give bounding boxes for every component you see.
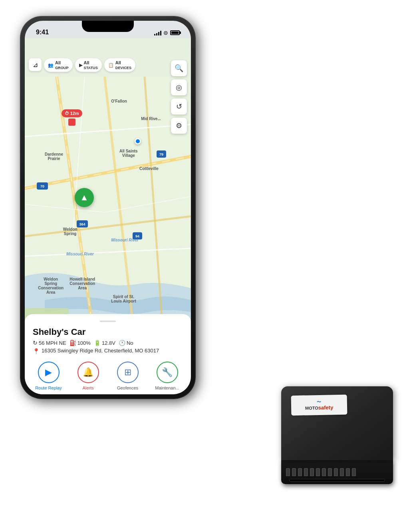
- stopped-marker: ⏱ 12m: [62, 109, 82, 126]
- phone-outer: 9:41 ⊜: [20, 16, 196, 399]
- signal-bar-4: [160, 31, 161, 36]
- obd-pin-2: [292, 468, 296, 476]
- signal-bar-2: [156, 33, 157, 36]
- maintenance-button[interactable]: 🔧 Maintenan...: [151, 362, 183, 390]
- phone-wrapper: 9:41 ⊜: [20, 16, 212, 455]
- clock-icon: ⏱: [65, 111, 69, 116]
- obd-device: 〜 MOTOsafety: [281, 386, 393, 484]
- route-replay-button[interactable]: ▶ Route Replay: [33, 362, 64, 390]
- voltage-value: 12.8V: [102, 340, 115, 346]
- obd-pin-3: [298, 468, 302, 476]
- location-dot: [135, 138, 141, 144]
- alerts-button[interactable]: 🔔 Alerts: [72, 362, 104, 390]
- info-handle: [100, 320, 116, 322]
- search-toolbar-button[interactable]: 🔍: [171, 60, 187, 76]
- brand-moto-text: MOTO: [305, 405, 318, 411]
- vehicle-marker: ▲: [75, 188, 94, 207]
- car-name: Shelby's Car: [33, 327, 183, 337]
- status-time: 9:41: [36, 29, 49, 36]
- devices-icon: 📋: [108, 63, 114, 68]
- group-icon: 👥: [48, 63, 54, 68]
- filter-status-label: AllSTATUS: [84, 60, 98, 70]
- fuel-icon: ⛽: [69, 340, 76, 346]
- filter-devices-label: AllDEVICES: [115, 60, 131, 70]
- battery-icon: [170, 30, 180, 35]
- geofences-label: Geofences: [117, 386, 138, 390]
- car-stats: ↻ 56 MPH NE ⛽ 100% 🔋 12.8V: [33, 340, 183, 346]
- locate-toolbar-button[interactable]: ◎: [171, 79, 187, 95]
- alerts-icon: 🔔: [83, 367, 93, 378]
- obd-device-connector: [281, 460, 393, 484]
- stopped-time: 12m: [70, 111, 79, 116]
- filter-group-button[interactable]: 👥 AllGROUP: [44, 58, 73, 72]
- maintenance-icon-circle: 🔧: [157, 362, 178, 383]
- speed-icon: ↻: [33, 340, 38, 346]
- battery-fill: [171, 32, 179, 34]
- obd-pin-10: [340, 468, 344, 476]
- svg-text:79: 79: [159, 152, 163, 156]
- brand-name: MOTOsafety: [305, 404, 334, 411]
- obd-pin-7: [322, 468, 326, 476]
- vehicle-direction-icon: ▲: [80, 192, 89, 203]
- scene: 9:41 ⊜: [0, 0, 409, 532]
- signal-bar-3: [158, 32, 159, 36]
- obd-pin-9: [334, 468, 338, 476]
- obd-slot: [289, 479, 385, 482]
- speed-stat: ↻ 56 MPH NE: [33, 340, 66, 346]
- replay-toolbar-button[interactable]: ↺: [171, 99, 187, 115]
- phone-screen: 9:41 ⊜: [25, 21, 191, 394]
- geofences-icon: ⊞: [124, 367, 131, 378]
- time-stat: 🕐 No: [119, 340, 133, 346]
- alerts-icon-circle: 🔔: [77, 362, 99, 383]
- speed-value: 56 MPH NE: [39, 340, 66, 346]
- pin-icon: 📍: [33, 348, 40, 354]
- filter-status-button[interactable]: ▶ AllSTATUS: [75, 58, 102, 72]
- settings-icon: ⚙: [176, 121, 182, 130]
- obd-brand-logo: 〜 MOTOsafety: [305, 399, 334, 411]
- obd-pin-11: [346, 468, 350, 476]
- phone-notch: [82, 21, 134, 32]
- obd-pin-5: [310, 468, 314, 476]
- route-replay-label: Route Replay: [35, 386, 62, 390]
- voltage-stat: 🔋 12.8V: [94, 340, 115, 346]
- maintenance-icon: 🔧: [162, 367, 173, 378]
- info-panel: Shelby's Car ↻ 56 MPH NE ⛽ 100%: [25, 314, 191, 394]
- route-replay-icon: ▶: [45, 367, 52, 378]
- filter-devices-button[interactable]: 📋 AllDEVICES: [104, 58, 135, 72]
- signal-bar-1: [154, 34, 155, 36]
- route-replay-icon-circle: ▶: [38, 362, 60, 383]
- action-buttons: ▶ Route Replay 🔔 Alerts: [33, 360, 183, 390]
- status-icon: ▶: [79, 63, 82, 68]
- battery-stat-icon: 🔋: [94, 340, 101, 346]
- stopped-badge: ⏱ 12m: [62, 109, 82, 117]
- replay-icon: ↺: [176, 102, 182, 111]
- alerts-label: Alerts: [82, 386, 93, 390]
- map-toolbar: 🔍 ◎ ↺ ⚙: [171, 60, 187, 134]
- locate-icon: ◎: [176, 83, 182, 92]
- obd-pin-1: [286, 468, 290, 476]
- filter-funnel-button[interactable]: ⊿: [29, 58, 42, 71]
- map-area[interactable]: 70 79 364 94 O'Fallon Mid Rive... Darden…: [25, 38, 191, 394]
- wifi-icon: ⊜: [163, 30, 168, 36]
- map-filter-bar: ⊿ 👥 AllGROUP ▶ AllSTATUS 📋 AllDEVICE: [29, 58, 167, 72]
- obd-pin-12: [352, 468, 356, 476]
- settings-toolbar-button[interactable]: ⚙: [171, 118, 187, 134]
- obd-slot-row: [281, 479, 393, 482]
- obd-device-body: 〜 MOTOsafety: [281, 386, 393, 460]
- geofences-icon-circle: ⊞: [117, 362, 139, 383]
- search-icon: 🔍: [175, 64, 183, 73]
- brand-wave: 〜: [305, 399, 334, 405]
- time-value: No: [127, 340, 133, 346]
- obd-pin-6: [316, 468, 320, 476]
- obd-pin-4: [304, 468, 308, 476]
- maintenance-label: Maintenan...: [155, 386, 179, 390]
- status-icons: ⊜: [154, 30, 180, 36]
- svg-text:364: 364: [79, 222, 85, 226]
- obd-device-sticker: 〜 MOTOsafety: [291, 395, 347, 415]
- fuel-stat: ⛽ 100%: [69, 340, 91, 346]
- geofences-button[interactable]: ⊞ Geofences: [112, 362, 143, 390]
- svg-text:94: 94: [135, 234, 139, 238]
- brand-safety-text: safety: [318, 404, 334, 411]
- funnel-icon: ⊿: [33, 61, 38, 69]
- fuel-value: 100%: [77, 340, 91, 346]
